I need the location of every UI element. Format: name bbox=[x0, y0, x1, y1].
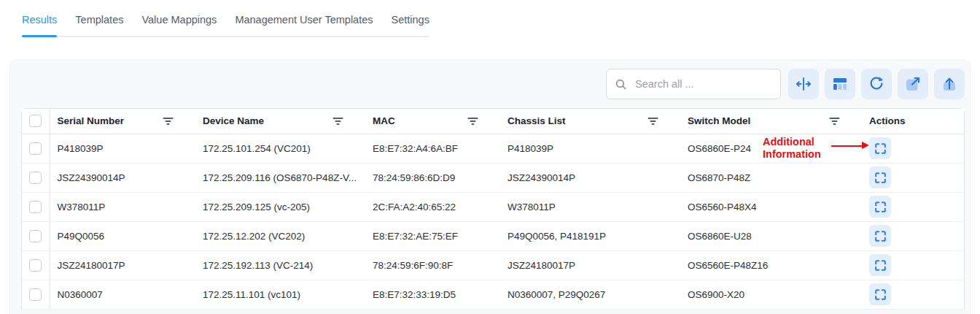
additional-information-button[interactable] bbox=[869, 137, 891, 159]
column-header-device-name: Device Name bbox=[195, 109, 365, 134]
external-link-icon bbox=[904, 75, 922, 93]
upload-icon bbox=[941, 75, 958, 93]
row-checkbox[interactable] bbox=[29, 172, 42, 184]
cell-serial-number: JSZ24390014P bbox=[50, 163, 195, 192]
column-label: Switch Model bbox=[688, 115, 750, 126]
row-checkbox[interactable] bbox=[29, 288, 42, 301]
row-checkbox-cell bbox=[22, 221, 50, 250]
column-label: MAC bbox=[373, 115, 395, 126]
additional-information-button[interactable] bbox=[869, 196, 891, 218]
additional-information-button[interactable] bbox=[869, 283, 891, 305]
cell-chassis-list: JSZ24180017P bbox=[500, 250, 680, 280]
filter-icon[interactable] bbox=[331, 115, 345, 127]
row-checkbox[interactable] bbox=[29, 201, 42, 213]
select-all-checkbox[interactable] bbox=[29, 115, 42, 127]
cell-actions bbox=[862, 192, 964, 221]
results-table: Serial NumberDevice NameMACChassis ListS… bbox=[21, 108, 965, 310]
expand-icon bbox=[874, 259, 887, 272]
cell-device-name: 172.25.11.101 (vc101) bbox=[195, 280, 365, 309]
additional-information-button[interactable] bbox=[869, 254, 891, 276]
header-row: Serial NumberDevice NameMACChassis ListS… bbox=[22, 109, 964, 134]
open-external-button[interactable] bbox=[898, 69, 928, 99]
cell-switch-model: OS6870-P48Z bbox=[680, 163, 862, 192]
annotation-additional-information: AdditionalInformation bbox=[763, 136, 821, 161]
cell-actions bbox=[862, 221, 964, 250]
column-label: Chassis List bbox=[508, 115, 566, 126]
cell-chassis-list: P49Q0056, P418191P bbox=[500, 221, 680, 250]
table-toolbar bbox=[10, 61, 970, 108]
table-row[interactable]: P418039P172.25.101.254 (VC201)E8:E7:32:A… bbox=[22, 134, 964, 163]
cell-actions bbox=[862, 163, 964, 192]
tab-templates[interactable]: Templates bbox=[75, 6, 123, 36]
fit-columns-button[interactable] bbox=[788, 69, 819, 99]
expand-icon bbox=[874, 142, 887, 156]
row-checkbox-cell bbox=[22, 134, 50, 163]
table-columns-icon bbox=[831, 75, 849, 93]
table-row[interactable]: JSZ24390014P172.25.209.116 (OS6870-P48Z-… bbox=[22, 163, 964, 192]
filter-icon[interactable] bbox=[161, 115, 175, 127]
row-checkbox-cell bbox=[22, 250, 50, 280]
filter-icon[interactable] bbox=[828, 115, 841, 127]
row-checkbox[interactable] bbox=[29, 142, 42, 155]
row-checkbox[interactable] bbox=[29, 259, 42, 272]
refresh-icon bbox=[868, 75, 885, 93]
column-header-actions: Actions bbox=[862, 109, 964, 134]
row-checkbox-cell bbox=[22, 192, 50, 221]
table-row[interactable]: N0360007172.25.11.101 (vc101)E8:E7:32:33… bbox=[22, 280, 964, 309]
tab-value-mappings[interactable]: Value Mappings bbox=[141, 6, 217, 36]
refresh-button[interactable] bbox=[861, 69, 892, 99]
expand-icon bbox=[874, 229, 887, 243]
cell-chassis-list: JSZ24390014P bbox=[500, 163, 680, 192]
cell-device-name: 172.25.209.125 (vc-205) bbox=[195, 192, 365, 221]
export-button[interactable] bbox=[934, 69, 965, 99]
row-checkbox[interactable] bbox=[29, 230, 42, 242]
cell-mac: 2C:FA:A2:40:65:22 bbox=[365, 192, 500, 221]
table-row[interactable]: JSZ24180017P172.25.192.113 (VC-214)78:24… bbox=[22, 250, 964, 280]
cell-serial-number: JSZ24180017P bbox=[50, 250, 195, 280]
column-label: Serial Number bbox=[58, 115, 125, 126]
cell-device-name: 172.25.101.254 (VC201) bbox=[195, 134, 365, 163]
column-header-chassis-list: Chassis List bbox=[500, 109, 680, 134]
cell-switch-model: OS6860E-U28 bbox=[680, 221, 862, 250]
row-checkbox-cell bbox=[22, 280, 50, 309]
expand-icon bbox=[874, 288, 887, 302]
expand-icon bbox=[874, 200, 887, 214]
tab-management-user-templates[interactable]: Management User Templates bbox=[235, 6, 373, 36]
tab-results[interactable]: Results bbox=[22, 6, 57, 36]
cell-switch-model: OS6900-X20 bbox=[680, 280, 862, 309]
search-box[interactable] bbox=[606, 69, 781, 99]
tab-bar: ResultsTemplatesValue MappingsManagement… bbox=[22, 6, 429, 37]
cell-actions bbox=[862, 250, 964, 280]
table-row[interactable]: P49Q0056172.25.12.202 (VC202)E8:E7:32:AE… bbox=[22, 221, 964, 250]
filter-icon[interactable] bbox=[646, 115, 660, 127]
search-icon bbox=[615, 78, 627, 91]
cell-mac: 78:24:59:86:6D:D9 bbox=[365, 163, 500, 192]
cell-switch-model: OS6560E-P48Z16 bbox=[680, 250, 862, 280]
annotation-arrow bbox=[831, 145, 863, 148]
toolbar-buttons bbox=[788, 69, 965, 99]
cell-mac: 78:24:59:6F:90:8F bbox=[365, 250, 500, 280]
cell-device-name: 172.25.192.113 (VC-214) bbox=[195, 250, 365, 280]
cell-mac: E8:E7:32:A4:6A:BF bbox=[365, 134, 500, 163]
select-all-header bbox=[22, 109, 50, 134]
cell-serial-number: N0360007 bbox=[50, 280, 195, 309]
search-input[interactable] bbox=[634, 77, 772, 91]
column-header-mac: MAC bbox=[365, 109, 500, 134]
additional-information-button[interactable] bbox=[869, 225, 891, 247]
cell-mac: E8:E7:32:AE:75:EF bbox=[365, 221, 500, 250]
cell-chassis-list: W378011P bbox=[500, 192, 680, 221]
cell-chassis-list: N0360007, P29Q0267 bbox=[500, 280, 680, 309]
column-header-switch-model: Switch Model bbox=[680, 109, 862, 134]
tab-settings[interactable]: Settings bbox=[392, 6, 429, 36]
cell-serial-number: P418039P bbox=[50, 134, 195, 163]
columns-button[interactable] bbox=[825, 69, 855, 99]
results-panel: Serial NumberDevice NameMACChassis ListS… bbox=[9, 60, 971, 314]
column-label: Device Name bbox=[203, 115, 264, 126]
filter-icon[interactable] bbox=[466, 115, 480, 127]
table-row[interactable]: W378011P172.25.209.125 (vc-205)2C:FA:A2:… bbox=[22, 192, 964, 221]
cell-chassis-list: P418039P bbox=[500, 134, 680, 163]
cell-actions bbox=[862, 280, 964, 309]
cell-serial-number: P49Q0056 bbox=[50, 221, 195, 250]
additional-information-button[interactable] bbox=[869, 166, 891, 188]
cell-mac: E8:E7:32:33:19:D5 bbox=[365, 280, 500, 309]
